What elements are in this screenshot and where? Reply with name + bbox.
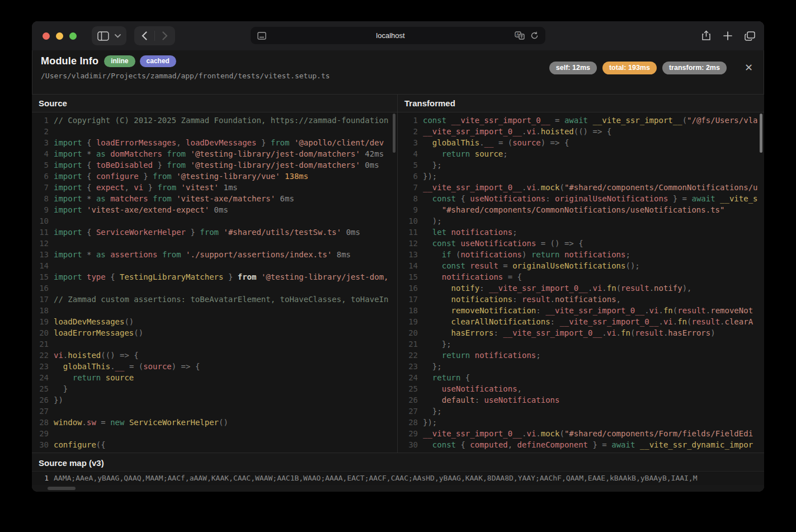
status-badge: inline [104, 55, 135, 67]
source-code: 1// Copyright (C) 2012-2025 Zammad Found… [32, 112, 397, 453]
code-line: 13 if (notifications) return notificatio… [398, 249, 764, 260]
code-line: 29__vite_ssr_import_0__.vi.mock("#shared… [398, 428, 764, 439]
code-line: 18 [32, 305, 397, 316]
timing-badge: transform: 2ms [662, 62, 727, 74]
line-number: 20 [398, 327, 423, 338]
code-line: 8import * as matchers from 'vitest-axe/m… [32, 193, 397, 204]
code-line: 22vi.hoisted(() => { [32, 350, 397, 361]
close-window-button[interactable] [43, 32, 50, 40]
line-number: 23 [398, 361, 423, 372]
line-number: 9 [32, 204, 54, 215]
code-line: 3import { loadErrorMessages, loadDevMess… [32, 137, 397, 148]
line-number: 17 [32, 294, 54, 305]
sourcemap-section: Source map (v3) 1 AAMA;AAeA,yBAAG,QAAQ,M… [32, 453, 764, 492]
code-line: 8 const { useNotifications: originalUseN… [398, 193, 764, 204]
chevron-down-icon[interactable] [115, 34, 121, 38]
translate-icon[interactable]: A [515, 31, 525, 40]
code-line: 27 [32, 406, 397, 417]
code-line: 12 const useNotifications = () => { [398, 238, 764, 249]
reload-icon[interactable] [530, 31, 539, 40]
code-line: 15 notifications = { [398, 271, 764, 283]
code-line: 19loadDevMessages() [32, 316, 397, 327]
line-number: 5 [32, 159, 54, 171]
source-panel-title: Source [32, 95, 397, 112]
line-number: 27 [398, 406, 423, 417]
status-badge: cached [140, 55, 176, 67]
code-line: 20loadErrorMessages() [32, 327, 397, 338]
code-line: 28window.sw = new ServiceWorkerHelper() [32, 417, 397, 428]
sourcemap-line-number: 1 [32, 473, 54, 483]
line-number: 15 [398, 271, 423, 283]
line-number: 12 [32, 238, 54, 249]
code-line: 30 const { computed, defineComponent } =… [398, 439, 764, 450]
line-number: 8 [32, 193, 54, 204]
line-number: 3 [32, 137, 54, 148]
line-number: 26 [32, 394, 54, 406]
line-number: 18 [398, 305, 423, 316]
code-line: 22 return notifications; [398, 350, 764, 361]
line-number: 18 [32, 305, 54, 316]
code-line: 28}); [398, 417, 764, 428]
line-number: 21 [398, 338, 423, 350]
tab-overview-icon[interactable] [745, 31, 755, 41]
line-number: 23 [32, 361, 54, 372]
sourcemap-line: 1 AAMA;AAeA,yBAAG,QAAQ,MAAM;AACf,aAAW,KA… [32, 471, 764, 485]
code-line: 12 [32, 238, 397, 249]
share-icon[interactable] [701, 30, 711, 41]
titlebar-right-buttons [701, 21, 755, 50]
code-line: 10 ); [398, 215, 764, 227]
code-line: 13import * as assertions from './support… [32, 249, 397, 260]
browser-titlebar: localhost A [32, 21, 764, 50]
minimize-window-button[interactable] [56, 32, 63, 40]
code-line: 23 globalThis.__ = (source) => { [32, 361, 397, 372]
module-file-path: /Users/vladimir/Projects/zammad/app/fron… [41, 72, 330, 80]
forward-button[interactable] [155, 26, 175, 45]
url-text[interactable]: localhost [266, 31, 515, 40]
nav-buttons [134, 26, 175, 45]
close-icon[interactable]: ✕ [742, 62, 755, 74]
code-line: 25 useNotifications, [398, 383, 764, 394]
back-button[interactable] [134, 26, 154, 45]
line-number: 17 [398, 294, 423, 305]
address-bar[interactable]: localhost A [251, 27, 545, 44]
source-scrollbar-thumb[interactable] [393, 114, 395, 153]
code-line: 23 }; [398, 361, 764, 372]
code-line: 27 }; [398, 406, 764, 417]
page-format-icon[interactable] [257, 32, 266, 40]
code-line: 16 [32, 283, 397, 294]
line-number: 27 [32, 406, 54, 417]
line-number: 25 [398, 383, 423, 394]
sourcemap-mappings: AAMA;AAeA,yBAAG,QAAQ,MAAM;AACf,aAAW,KAAK… [54, 473, 698, 483]
line-number: 10 [398, 215, 423, 227]
sourcemap-hscrollbar-thumb[interactable] [48, 487, 76, 490]
browser-window: localhost A [32, 21, 764, 492]
line-number: 30 [398, 439, 423, 450]
code-line: 26}) [32, 394, 397, 406]
code-line: 14 const result = originalUseNotificatio… [398, 260, 764, 271]
line-number: 22 [398, 350, 423, 361]
line-number: 12 [398, 238, 423, 249]
line-number: 1 [398, 115, 423, 126]
line-number: 6 [398, 171, 423, 182]
line-number: 13 [398, 249, 423, 260]
line-number: 14 [32, 260, 54, 271]
line-number: 4 [398, 148, 423, 159]
code-line: 30configure({ [32, 439, 397, 450]
line-number: 19 [398, 316, 423, 327]
line-number: 30 [32, 439, 54, 450]
line-number: 20 [32, 327, 54, 338]
new-tab-icon[interactable] [723, 31, 732, 40]
code-line: 3 globalThis.__ = (source) => { [398, 137, 764, 148]
transformed-scrollbar-thumb[interactable] [760, 114, 762, 153]
line-number: 28 [32, 417, 54, 428]
sidebar-icon[interactable] [97, 31, 109, 41]
line-number: 28 [398, 417, 423, 428]
transformed-panel-title: Transformed [398, 95, 764, 112]
code-line: 26 default: useNotifications [398, 394, 764, 406]
line-number: 19 [32, 316, 54, 327]
zoom-window-button[interactable] [69, 32, 77, 40]
line-number: 24 [32, 372, 54, 383]
code-line: 10 [32, 215, 397, 227]
line-number: 3 [398, 137, 423, 148]
line-number: 29 [32, 428, 54, 439]
